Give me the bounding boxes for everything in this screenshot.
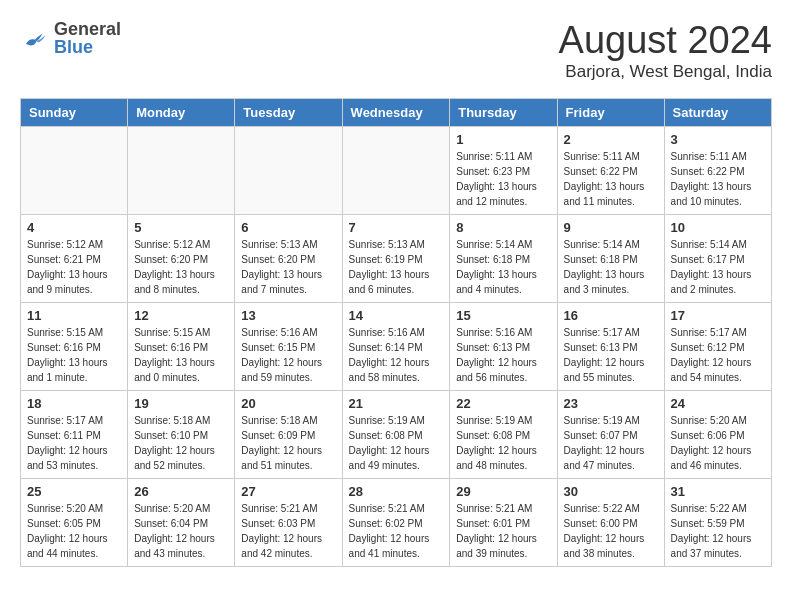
day-number: 21 bbox=[349, 396, 444, 411]
logo: General Blue bbox=[20, 20, 121, 56]
calendar-cell bbox=[342, 126, 450, 214]
title-block: August 2024 Barjora, West Bengal, India bbox=[559, 20, 772, 82]
day-info: Sunrise: 5:12 AM Sunset: 6:21 PM Dayligh… bbox=[27, 237, 121, 297]
day-info: Sunrise: 5:16 AM Sunset: 6:14 PM Dayligh… bbox=[349, 325, 444, 385]
day-number: 22 bbox=[456, 396, 550, 411]
day-info: Sunrise: 5:20 AM Sunset: 6:05 PM Dayligh… bbox=[27, 501, 121, 561]
day-header-friday: Friday bbox=[557, 98, 664, 126]
calendar-cell bbox=[21, 126, 128, 214]
day-number: 3 bbox=[671, 132, 765, 147]
calendar-cell: 27Sunrise: 5:21 AM Sunset: 6:03 PM Dayli… bbox=[235, 478, 342, 566]
day-info: Sunrise: 5:12 AM Sunset: 6:20 PM Dayligh… bbox=[134, 237, 228, 297]
calendar-cell: 10Sunrise: 5:14 AM Sunset: 6:17 PM Dayli… bbox=[664, 214, 771, 302]
calendar-cell: 16Sunrise: 5:17 AM Sunset: 6:13 PM Dayli… bbox=[557, 302, 664, 390]
day-info: Sunrise: 5:15 AM Sunset: 6:16 PM Dayligh… bbox=[27, 325, 121, 385]
day-info: Sunrise: 5:20 AM Sunset: 6:04 PM Dayligh… bbox=[134, 501, 228, 561]
logo-icon bbox=[20, 23, 50, 53]
day-number: 11 bbox=[27, 308, 121, 323]
calendar-cell: 17Sunrise: 5:17 AM Sunset: 6:12 PM Dayli… bbox=[664, 302, 771, 390]
day-info: Sunrise: 5:15 AM Sunset: 6:16 PM Dayligh… bbox=[134, 325, 228, 385]
day-number: 26 bbox=[134, 484, 228, 499]
day-info: Sunrise: 5:17 AM Sunset: 6:13 PM Dayligh… bbox=[564, 325, 658, 385]
day-info: Sunrise: 5:16 AM Sunset: 6:13 PM Dayligh… bbox=[456, 325, 550, 385]
calendar-cell: 15Sunrise: 5:16 AM Sunset: 6:13 PM Dayli… bbox=[450, 302, 557, 390]
day-number: 4 bbox=[27, 220, 121, 235]
day-info: Sunrise: 5:11 AM Sunset: 6:22 PM Dayligh… bbox=[564, 149, 658, 209]
calendar-cell: 9Sunrise: 5:14 AM Sunset: 6:18 PM Daylig… bbox=[557, 214, 664, 302]
calendar-cell: 23Sunrise: 5:19 AM Sunset: 6:07 PM Dayli… bbox=[557, 390, 664, 478]
location: Barjora, West Bengal, India bbox=[559, 62, 772, 82]
day-number: 1 bbox=[456, 132, 550, 147]
day-number: 19 bbox=[134, 396, 228, 411]
day-info: Sunrise: 5:19 AM Sunset: 6:08 PM Dayligh… bbox=[456, 413, 550, 473]
calendar-cell: 7Sunrise: 5:13 AM Sunset: 6:19 PM Daylig… bbox=[342, 214, 450, 302]
day-info: Sunrise: 5:21 AM Sunset: 6:01 PM Dayligh… bbox=[456, 501, 550, 561]
day-number: 23 bbox=[564, 396, 658, 411]
day-number: 9 bbox=[564, 220, 658, 235]
calendar-header-row: SundayMondayTuesdayWednesdayThursdayFrid… bbox=[21, 98, 772, 126]
calendar-cell: 26Sunrise: 5:20 AM Sunset: 6:04 PM Dayli… bbox=[128, 478, 235, 566]
day-info: Sunrise: 5:13 AM Sunset: 6:19 PM Dayligh… bbox=[349, 237, 444, 297]
calendar-cell: 24Sunrise: 5:20 AM Sunset: 6:06 PM Dayli… bbox=[664, 390, 771, 478]
day-number: 10 bbox=[671, 220, 765, 235]
day-number: 14 bbox=[349, 308, 444, 323]
day-number: 31 bbox=[671, 484, 765, 499]
day-info: Sunrise: 5:14 AM Sunset: 6:17 PM Dayligh… bbox=[671, 237, 765, 297]
calendar-week-1: 1Sunrise: 5:11 AM Sunset: 6:23 PM Daylig… bbox=[21, 126, 772, 214]
day-info: Sunrise: 5:17 AM Sunset: 6:12 PM Dayligh… bbox=[671, 325, 765, 385]
calendar-cell: 3Sunrise: 5:11 AM Sunset: 6:22 PM Daylig… bbox=[664, 126, 771, 214]
calendar-cell: 5Sunrise: 5:12 AM Sunset: 6:20 PM Daylig… bbox=[128, 214, 235, 302]
day-number: 24 bbox=[671, 396, 765, 411]
day-number: 2 bbox=[564, 132, 658, 147]
calendar-cell: 2Sunrise: 5:11 AM Sunset: 6:22 PM Daylig… bbox=[557, 126, 664, 214]
day-number: 6 bbox=[241, 220, 335, 235]
day-header-sunday: Sunday bbox=[21, 98, 128, 126]
logo-blue-text: Blue bbox=[54, 38, 121, 56]
day-info: Sunrise: 5:18 AM Sunset: 6:10 PM Dayligh… bbox=[134, 413, 228, 473]
logo-general-text: General bbox=[54, 20, 121, 38]
day-number: 16 bbox=[564, 308, 658, 323]
day-info: Sunrise: 5:14 AM Sunset: 6:18 PM Dayligh… bbox=[456, 237, 550, 297]
day-number: 29 bbox=[456, 484, 550, 499]
calendar-cell: 13Sunrise: 5:16 AM Sunset: 6:15 PM Dayli… bbox=[235, 302, 342, 390]
day-info: Sunrise: 5:14 AM Sunset: 6:18 PM Dayligh… bbox=[564, 237, 658, 297]
day-info: Sunrise: 5:21 AM Sunset: 6:02 PM Dayligh… bbox=[349, 501, 444, 561]
day-number: 15 bbox=[456, 308, 550, 323]
day-number: 8 bbox=[456, 220, 550, 235]
day-number: 13 bbox=[241, 308, 335, 323]
calendar-cell: 31Sunrise: 5:22 AM Sunset: 5:59 PM Dayli… bbox=[664, 478, 771, 566]
calendar-cell: 25Sunrise: 5:20 AM Sunset: 6:05 PM Dayli… bbox=[21, 478, 128, 566]
day-number: 25 bbox=[27, 484, 121, 499]
calendar-cell: 4Sunrise: 5:12 AM Sunset: 6:21 PM Daylig… bbox=[21, 214, 128, 302]
calendar-cell: 30Sunrise: 5:22 AM Sunset: 6:00 PM Dayli… bbox=[557, 478, 664, 566]
calendar-cell: 12Sunrise: 5:15 AM Sunset: 6:16 PM Dayli… bbox=[128, 302, 235, 390]
day-info: Sunrise: 5:11 AM Sunset: 6:23 PM Dayligh… bbox=[456, 149, 550, 209]
day-info: Sunrise: 5:13 AM Sunset: 6:20 PM Dayligh… bbox=[241, 237, 335, 297]
calendar-cell: 22Sunrise: 5:19 AM Sunset: 6:08 PM Dayli… bbox=[450, 390, 557, 478]
calendar-week-5: 25Sunrise: 5:20 AM Sunset: 6:05 PM Dayli… bbox=[21, 478, 772, 566]
calendar-cell: 11Sunrise: 5:15 AM Sunset: 6:16 PM Dayli… bbox=[21, 302, 128, 390]
calendar-cell: 6Sunrise: 5:13 AM Sunset: 6:20 PM Daylig… bbox=[235, 214, 342, 302]
day-info: Sunrise: 5:17 AM Sunset: 6:11 PM Dayligh… bbox=[27, 413, 121, 473]
calendar-cell: 1Sunrise: 5:11 AM Sunset: 6:23 PM Daylig… bbox=[450, 126, 557, 214]
day-number: 17 bbox=[671, 308, 765, 323]
calendar-cell bbox=[235, 126, 342, 214]
day-number: 30 bbox=[564, 484, 658, 499]
calendar-cell: 20Sunrise: 5:18 AM Sunset: 6:09 PM Dayli… bbox=[235, 390, 342, 478]
day-info: Sunrise: 5:20 AM Sunset: 6:06 PM Dayligh… bbox=[671, 413, 765, 473]
day-number: 7 bbox=[349, 220, 444, 235]
day-info: Sunrise: 5:22 AM Sunset: 5:59 PM Dayligh… bbox=[671, 501, 765, 561]
day-header-monday: Monday bbox=[128, 98, 235, 126]
calendar-cell: 14Sunrise: 5:16 AM Sunset: 6:14 PM Dayli… bbox=[342, 302, 450, 390]
day-header-thursday: Thursday bbox=[450, 98, 557, 126]
logo-name: General Blue bbox=[54, 20, 121, 56]
day-header-tuesday: Tuesday bbox=[235, 98, 342, 126]
day-number: 28 bbox=[349, 484, 444, 499]
day-info: Sunrise: 5:18 AM Sunset: 6:09 PM Dayligh… bbox=[241, 413, 335, 473]
calendar-week-3: 11Sunrise: 5:15 AM Sunset: 6:16 PM Dayli… bbox=[21, 302, 772, 390]
day-info: Sunrise: 5:19 AM Sunset: 6:08 PM Dayligh… bbox=[349, 413, 444, 473]
day-info: Sunrise: 5:11 AM Sunset: 6:22 PM Dayligh… bbox=[671, 149, 765, 209]
calendar-cell bbox=[128, 126, 235, 214]
day-info: Sunrise: 5:21 AM Sunset: 6:03 PM Dayligh… bbox=[241, 501, 335, 561]
day-number: 20 bbox=[241, 396, 335, 411]
